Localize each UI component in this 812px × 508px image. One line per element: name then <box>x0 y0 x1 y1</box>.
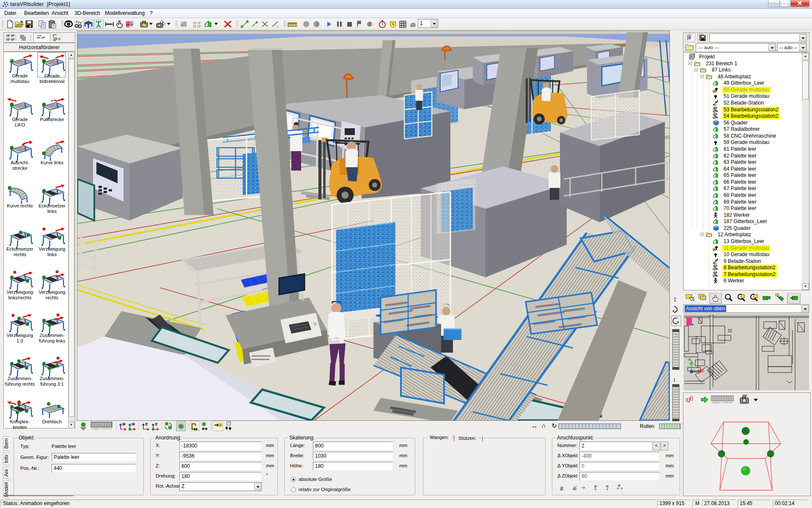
svg-text:↻: ↻ <box>551 422 557 429</box>
svg-text:↕: ↕ <box>673 376 676 383</box>
svg-text:E: E <box>155 422 158 426</box>
svg-text:W: W <box>122 422 126 426</box>
svg-text:E: E <box>145 422 148 426</box>
svg-text:∩: ∩ <box>541 422 546 429</box>
svg-text:W: W <box>132 422 135 426</box>
svg-text:↔: ↔ <box>531 422 538 429</box>
svg-text:↕: ↕ <box>673 295 677 303</box>
